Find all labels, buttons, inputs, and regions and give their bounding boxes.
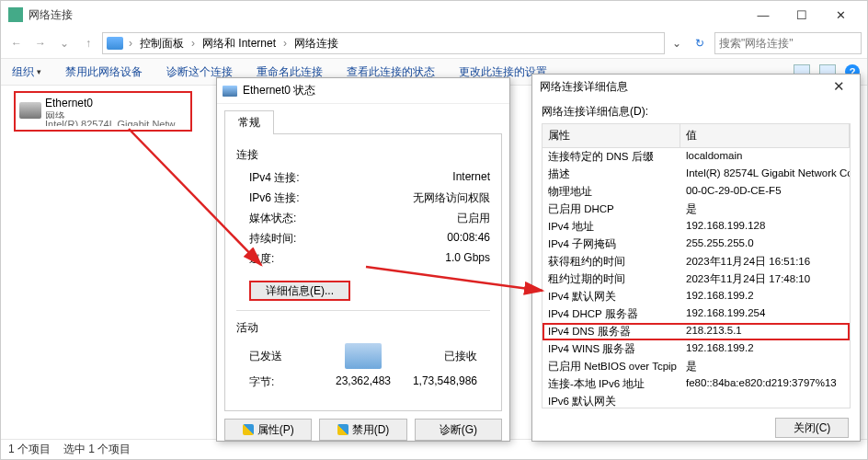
val-cell: localdomain xyxy=(680,148,850,166)
prop-cell: IPv4 子网掩码 xyxy=(542,236,680,253)
adapter-icon xyxy=(19,102,41,119)
details-close-btn[interactable]: 关闭(C) xyxy=(775,418,849,438)
disable-device[interactable]: 禁用此网络设备 xyxy=(62,63,146,82)
disable-button[interactable]: 禁用(D) xyxy=(319,419,406,441)
val-cell: 2023年11月24日 16:51:16 xyxy=(680,253,850,270)
breadcrumbs[interactable]: › 控制面板 › 网络和 Internet › 网络连接 xyxy=(102,32,665,54)
search-box[interactable] xyxy=(714,32,862,54)
table-row[interactable]: IPv4 地址192.168.199.128 xyxy=(542,218,850,236)
nav-forward[interactable]: → xyxy=(30,33,51,53)
prop-cell: 连接-本地 IPv6 地址 xyxy=(542,375,680,393)
adapter-device: Intel(R) 82574L Gigabit Netwo... xyxy=(45,119,187,126)
details-table: 属性 值 连接特定的 DNS 后缀localdomain描述Intel(R) 8… xyxy=(542,123,851,408)
table-row[interactable]: 获得租约的时间2023年11月24日 16:51:16 xyxy=(542,253,850,270)
nav-up[interactable]: ↑ xyxy=(78,33,98,53)
prop-cell: IPv4 地址 xyxy=(542,218,680,236)
val-cell: 2023年11月24日 17:48:10 xyxy=(680,270,850,288)
breadcrumb-item[interactable]: 网络连接 xyxy=(292,36,340,52)
prop-cell: IPv4 DHCP 服务器 xyxy=(542,305,680,323)
nav-dropdown[interactable]: ⌄ xyxy=(54,33,74,53)
adapter-network: 网络 xyxy=(45,109,187,119)
app-icon xyxy=(8,7,23,22)
val-cell: 是 xyxy=(680,201,850,218)
address-bar: ← → ⌄ ↑ › 控制面板 › 网络和 Internet › 网络连接 ⌄ ↻ xyxy=(1,29,867,58)
status-dialog: Ethernet0 状态 常规 连接 IPv4 连接:Internet IPv6… xyxy=(216,77,510,442)
prop-cell: 已启用 DHCP xyxy=(542,201,680,218)
status-title-text: Ethernet0 状态 xyxy=(243,83,315,98)
val-cell: 192.168.199.128 xyxy=(680,218,850,236)
shield-icon xyxy=(337,424,348,435)
properties-button[interactable]: 属性(P) xyxy=(224,419,312,441)
recv-label: 已接收 xyxy=(444,349,477,364)
details-close-button[interactable]: ✕ xyxy=(825,78,852,95)
adapter-mini-icon xyxy=(223,86,237,97)
bytes-label: 字节: xyxy=(249,374,336,390)
val-cell: 192.168.199.2 xyxy=(680,340,850,358)
adapter-name: Ethernet0 xyxy=(45,97,187,109)
prop-cell: IPv6 默认网关 xyxy=(542,393,680,408)
activity-section-label: 活动 xyxy=(236,320,490,336)
table-row[interactable]: IPv4 默认网关192.168.199.2 xyxy=(542,288,850,305)
window-title: 网络连接 xyxy=(29,7,744,23)
activity-icon xyxy=(345,343,382,369)
table-row[interactable]: IPv4 DNS 服务器218.213.5.1 xyxy=(542,323,850,340)
bytes-sent: 23,362,483 xyxy=(336,374,391,390)
close-button[interactable]: ✕ xyxy=(821,2,860,28)
val-cell: 是 xyxy=(680,358,850,375)
col-value[interactable]: 值 xyxy=(680,124,850,147)
col-property[interactable]: 属性 xyxy=(542,124,680,147)
prop-cell: 物理地址 xyxy=(542,183,680,201)
adapter-item[interactable]: Ethernet0 网络 Intel(R) 82574L Gigabit Net… xyxy=(14,91,192,132)
table-row[interactable]: 物理地址00-0C-29-0D-CE-F5 xyxy=(542,183,850,201)
item-count: 1 个项目 xyxy=(8,442,51,457)
address-dropdown[interactable]: ⌄ xyxy=(668,37,685,50)
details-dialog-title[interactable]: 网络连接详细信息 ✕ xyxy=(532,75,860,98)
table-row[interactable]: IPv4 DHCP 服务器192.168.199.254 xyxy=(542,305,850,323)
table-row[interactable]: IPv6 默认网关 xyxy=(542,393,850,408)
breadcrumb-item[interactable]: 控制面板 xyxy=(138,36,186,52)
maximize-button[interactable]: ☐ xyxy=(782,2,821,28)
prop-cell: 连接特定的 DNS 后缀 xyxy=(542,148,680,166)
search-input[interactable] xyxy=(719,37,857,50)
location-icon xyxy=(107,37,123,50)
titlebar: 网络连接 — ☐ ✕ xyxy=(1,1,867,29)
nav-back[interactable]: ← xyxy=(6,33,27,53)
refresh-button[interactable]: ↻ xyxy=(689,37,711,50)
val-cell: 192.168.199.2 xyxy=(680,288,850,305)
val-cell: fe80::84ba:e820:d219:3797%13 xyxy=(680,375,850,393)
prop-cell: IPv4 WINS 服务器 xyxy=(542,340,680,358)
breadcrumb-item[interactable]: 网络和 Internet xyxy=(200,36,278,52)
details-title-text: 网络连接详细信息 xyxy=(540,79,628,95)
prop-cell: 获得租约的时间 xyxy=(542,253,680,270)
table-row[interactable]: 连接-本地 IPv6 地址fe80::84ba:e820:d219:3797%1… xyxy=(542,375,850,393)
details-button[interactable]: 详细信息(E)... xyxy=(249,281,350,301)
table-row[interactable]: IPv4 WINS 服务器192.168.199.2 xyxy=(542,340,850,358)
val-cell: 255.255.255.0 xyxy=(680,236,850,253)
diagnose-button[interactable]: 诊断(G) xyxy=(415,419,502,441)
bytes-recv: 1,73,548,986 xyxy=(391,374,477,390)
organize-menu[interactable]: 组织 xyxy=(8,63,45,82)
prop-cell: 租约过期的时间 xyxy=(542,270,680,288)
val-cell xyxy=(680,393,850,408)
minimize-button[interactable]: — xyxy=(744,2,782,28)
val-cell: Intel(R) 82574L Gigabit Network Connect xyxy=(680,166,850,183)
table-row[interactable]: 租约过期的时间2023年11月24日 17:48:10 xyxy=(542,270,850,288)
table-row[interactable]: 已启用 NetBIOS over Tcpip是 xyxy=(542,358,850,375)
status-dialog-title[interactable]: Ethernet0 状态 xyxy=(217,78,509,104)
prop-cell: IPv4 DNS 服务器 xyxy=(542,323,680,340)
connection-section-label: 连接 xyxy=(236,147,490,163)
details-dialog: 网络连接详细信息 ✕ 网络连接详细信息(D): 属性 值 连接特定的 DNS 后… xyxy=(531,74,861,442)
prop-cell: IPv4 默认网关 xyxy=(542,288,680,305)
table-row[interactable]: IPv4 子网掩码255.255.255.0 xyxy=(542,236,850,253)
prop-cell: 描述 xyxy=(542,166,680,183)
table-row[interactable]: 已启用 DHCP是 xyxy=(542,201,850,218)
val-cell: 192.168.199.254 xyxy=(680,305,850,323)
details-sublabel: 网络连接详细信息(D): xyxy=(532,98,860,121)
table-row[interactable]: 连接特定的 DNS 后缀localdomain xyxy=(542,148,850,166)
val-cell: 218.213.5.1 xyxy=(680,323,850,340)
val-cell: 00-0C-29-0D-CE-F5 xyxy=(680,183,850,201)
prop-cell: 已启用 NetBIOS over Tcpip xyxy=(542,358,680,375)
tab-general[interactable]: 常规 xyxy=(224,110,274,134)
status-body: 连接 IPv4 连接:Internet IPv6 连接:无网络访问权限 媒体状态… xyxy=(224,133,502,411)
table-row[interactable]: 描述Intel(R) 82574L Gigabit Network Connec… xyxy=(542,166,850,183)
